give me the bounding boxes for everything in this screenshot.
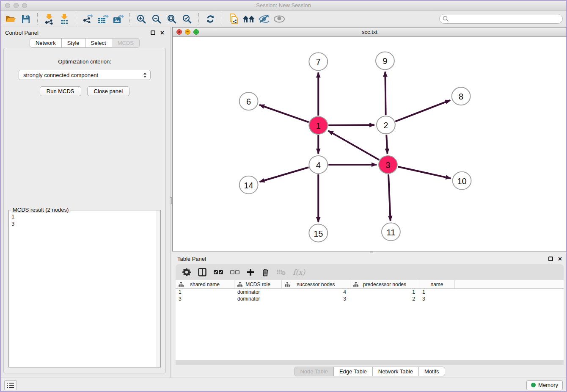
import-table-icon[interactable] <box>58 13 71 25</box>
graph-edge-2-3[interactable] <box>386 135 387 154</box>
save-session-icon[interactable] <box>19 13 32 25</box>
export-network-icon[interactable] <box>81 13 94 25</box>
status-bar: Memory <box>0 378 567 392</box>
select-all-icon[interactable] <box>214 270 223 275</box>
zoom-out-icon[interactable] <box>150 13 163 25</box>
gear-icon[interactable] <box>182 268 191 276</box>
hsplitter-handle-icon[interactable] <box>370 251 373 253</box>
graph-node-10[interactable]: 10 <box>453 172 471 190</box>
column-type-icon <box>179 282 184 288</box>
splitter-handle-icon[interactable] <box>170 197 172 204</box>
table-cell[interactable]: 3 <box>176 295 234 302</box>
memory-label: Memory <box>538 382 558 388</box>
table-cell[interactable]: dominator <box>234 295 282 302</box>
zoom-in-icon[interactable] <box>135 13 148 25</box>
tab-network[interactable]: Network <box>30 38 62 48</box>
search-input[interactable] <box>439 14 563 24</box>
mcds-result-title: MCDS result (2 nodes) <box>11 207 70 213</box>
show-all-icon[interactable] <box>273 13 286 25</box>
graph-edge-1-6[interactable] <box>259 105 309 122</box>
tab-mcds[interactable]: MCDS <box>112 38 140 48</box>
mcds-result-group: MCDS result (2 nodes) 1 3 <box>8 210 161 367</box>
run-mcds-button[interactable]: Run MCDS <box>40 86 81 96</box>
table-hscrollbar[interactable] <box>176 360 564 365</box>
result-scrollbar[interactable] <box>156 210 160 367</box>
open-session-icon[interactable] <box>4 13 17 25</box>
table-cell[interactable]: 1 <box>176 289 234 295</box>
export-image-icon[interactable] <box>112 13 124 25</box>
panel-splitter[interactable] <box>169 27 172 378</box>
table-cell[interactable]: 3 <box>282 295 350 302</box>
horizontal-splitter[interactable] <box>172 251 567 253</box>
column-header-name[interactable]: name <box>419 280 455 288</box>
table-cell[interactable]: dominator <box>234 289 282 295</box>
graph-edge-3-11[interactable] <box>388 174 391 221</box>
table-cell[interactable]: 1 <box>350 289 419 295</box>
graph-node-1[interactable]: 1 <box>309 116 328 134</box>
graph-edge-2-8[interactable] <box>395 100 450 121</box>
close-panel-icon[interactable]: × <box>160 30 164 35</box>
network-window: scc.txt 7968124314101511 <box>172 27 567 251</box>
column-header-predecessor-nodes[interactable]: predecessor nodes <box>350 280 419 288</box>
graph-edge-3-1[interactable] <box>328 131 379 160</box>
net-minimize-icon[interactable] <box>185 29 190 35</box>
graph-node-14[interactable]: 14 <box>239 176 258 194</box>
column-type-icon <box>237 282 242 288</box>
graph-node-2[interactable]: 2 <box>377 116 395 134</box>
graph-node-6[interactable]: 6 <box>239 92 258 110</box>
zoom-selected-icon[interactable] <box>181 13 193 25</box>
svg-text:11: 11 <box>387 228 396 237</box>
float-table-panel-icon[interactable] <box>548 257 553 261</box>
graph-node-7[interactable]: 7 <box>309 52 328 70</box>
network-canvas[interactable]: 7968124314101511 <box>173 37 567 251</box>
refresh-icon[interactable] <box>204 13 217 25</box>
table-cell[interactable]: 2 <box>350 295 419 302</box>
new-network-from-selection-icon[interactable] <box>227 13 240 25</box>
graph-node-8[interactable]: 8 <box>452 87 471 105</box>
tab-node-table[interactable]: Node Table <box>294 367 334 376</box>
table-panel-title: Table Panel <box>177 256 206 262</box>
table-cell[interactable]: 1 <box>419 289 455 295</box>
memory-button[interactable]: Memory <box>526 380 563 390</box>
graph-node-4[interactable]: 4 <box>309 156 328 174</box>
tab-motifs[interactable]: Motifs <box>418 367 445 376</box>
tab-edge-table[interactable]: Edge Table <box>333 367 373 376</box>
graph-node-11[interactable]: 11 <box>382 223 400 241</box>
close-panel-button[interactable]: Close panel <box>87 86 130 96</box>
mcds-result-text[interactable]: 1 3 <box>9 210 156 367</box>
node-table: shared nameMCDS rolesuccessor nodesprede… <box>176 280 564 360</box>
import-network-icon[interactable] <box>43 13 55 25</box>
delete-column-icon[interactable] <box>261 268 269 276</box>
column-header-mcds-role[interactable]: MCDS role <box>234 280 282 288</box>
graph-node-15[interactable]: 15 <box>309 224 328 242</box>
column-browser-icon[interactable] <box>198 268 206 276</box>
task-history-button[interactable] <box>4 380 17 390</box>
graph-node-9[interactable]: 9 <box>376 52 394 69</box>
table-cell[interactable]: 3 <box>419 295 455 302</box>
table-row[interactable]: 1dominator411 <box>176 289 564 295</box>
deselect-all-icon[interactable] <box>230 270 239 275</box>
hide-selected-icon[interactable] <box>258 13 270 25</box>
graph-edge-2-9[interactable] <box>385 72 385 115</box>
net-close-icon[interactable] <box>176 29 182 35</box>
net-maximize-icon[interactable] <box>193 29 199 35</box>
first-neighbors-icon[interactable] <box>242 13 255 25</box>
table-cell[interactable]: 4 <box>282 289 350 295</box>
table-row[interactable]: 3dominator323 <box>176 295 564 302</box>
graph-edge-3-10[interactable] <box>398 167 451 179</box>
graph-edge-1-2[interactable] <box>328 125 374 125</box>
add-column-icon[interactable] <box>247 268 254 276</box>
zoom-fit-icon[interactable] <box>165 13 178 25</box>
column-header-shared-name[interactable]: shared name <box>176 280 234 288</box>
table-toolbar: f(x) <box>176 264 564 280</box>
tab-style[interactable]: Style <box>61 38 85 48</box>
export-table-icon[interactable] <box>96 13 109 25</box>
close-table-panel-icon[interactable]: × <box>558 257 562 261</box>
graph-edge-4-14[interactable] <box>259 167 308 182</box>
criterion-select[interactable]: strongly connected component <box>19 70 151 80</box>
tab-select[interactable]: Select <box>85 38 112 48</box>
graph-node-3[interactable]: 3 <box>379 156 397 174</box>
tab-network-table[interactable]: Network Table <box>372 367 419 376</box>
float-panel-icon[interactable] <box>151 30 155 35</box>
column-header-successor-nodes[interactable]: successor nodes <box>282 280 350 288</box>
